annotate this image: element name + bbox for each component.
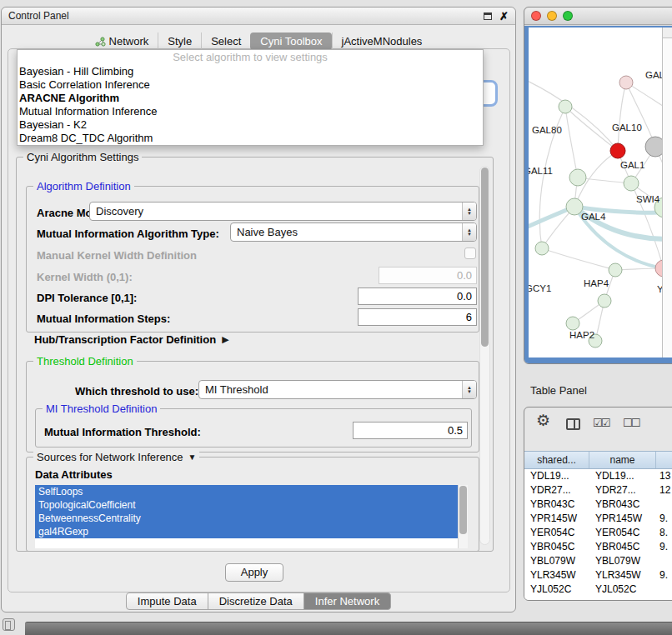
panel-corner-icon[interactable]	[3, 618, 15, 631]
settings-scroll-thumb[interactable]	[481, 168, 489, 347]
table-cell: YJL052C	[524, 582, 589, 597]
network-edge[interactable]	[565, 107, 578, 178]
tab-cyni-toolbox[interactable]: Cyni Toolbox	[250, 32, 331, 50]
network-canvas[interactable]: GAL7GAL80GAL10GAL11GAL1SWI4GAL4GCY1HAP4H…	[529, 28, 662, 358]
table-row[interactable]: YLR345WYLR345W9.	[524, 568, 672, 582]
algorithm-option-bayesian-k2[interactable]: Bayesian - K2	[18, 118, 483, 132]
table-row[interactable]: YER054CYER054C8.	[524, 526, 672, 540]
network-node[interactable]	[559, 100, 572, 113]
data-attributes-list: SelfLoopsTopologicalCoefficientBetweenne…	[35, 485, 468, 548]
network-node[interactable]	[609, 263, 622, 277]
tab-network[interactable]: Network	[86, 32, 158, 50]
control-panel-titlebar[interactable]: Control Panel ✗	[2, 8, 515, 25]
tab-label: Style	[168, 32, 192, 50]
network-node[interactable]	[566, 198, 583, 215]
table-row[interactable]: YBR043CYBR043C	[524, 498, 672, 512]
network-edge[interactable]	[565, 107, 618, 151]
kernel-width-input[interactable]	[379, 267, 477, 284]
node-label-gal4: GAL4	[581, 212, 606, 222]
network-icon	[95, 37, 106, 47]
algorithm-option-mutual-information-inference[interactable]: Mutual Information Inference	[18, 105, 483, 118]
network-node[interactable]	[535, 242, 549, 255]
network-window-titlebar[interactable]	[524, 8, 672, 25]
mac-close-button[interactable]	[531, 11, 541, 21]
aracne-mode-select[interactable]: Discovery ▲▼	[89, 202, 477, 221]
bottom-tab-discretize-data[interactable]: Discretize Data	[208, 592, 304, 610]
network-node[interactable]	[645, 137, 662, 157]
mi-type-value: Naive Bayes	[231, 223, 462, 241]
close-icon[interactable]: ✗	[499, 11, 509, 22]
attributes-scroll-thumb[interactable]	[459, 486, 467, 534]
dpi-tolerance-input[interactable]	[358, 288, 477, 305]
network-edge[interactable]	[542, 248, 615, 270]
table-cell: 12	[656, 483, 672, 498]
column-header-shared[interactable]: shared...	[524, 452, 589, 468]
attribute-item-betweennesscentrality[interactable]: BetweennessCentrality	[35, 512, 468, 525]
mi-steps-input[interactable]	[358, 308, 477, 326]
deselect-all-columns-icon[interactable]: ☐☐	[623, 417, 639, 429]
bottom-tab-impute-data[interactable]: Impute Data	[126, 592, 208, 610]
hub-definition-toggle[interactable]: Hub/Transcription Factor Definition ▶	[34, 333, 229, 346]
table-toolbar: ⚙ ☑☑ ☐☐	[524, 408, 672, 451]
algorithm-option-aracne-algorithm[interactable]: ARACNE Algorithm	[18, 92, 483, 105]
network-node[interactable]	[619, 76, 633, 89]
mi-threshold-input[interactable]	[353, 422, 468, 439]
network-node[interactable]	[655, 260, 662, 277]
settings-scrollbar[interactable]	[479, 166, 490, 545]
tab-style[interactable]: Style	[158, 32, 201, 50]
table-cell: 9.	[656, 568, 672, 582]
table-row[interactable]: YBR045CYBR045C9.	[524, 540, 672, 554]
apply-button[interactable]: Apply	[225, 563, 283, 582]
algorithm-option-dream8-dc-tdc-algorithm[interactable]: Dream8 DC_TDC Algorithm	[18, 132, 483, 145]
mi-type-select[interactable]: Naive Bayes ▲▼	[230, 222, 477, 242]
table-row[interactable]: YDR27...YDR27...12	[524, 483, 672, 498]
network-node[interactable]	[598, 294, 611, 308]
bottom-tab-infer-network[interactable]: Infer Network	[303, 592, 391, 610]
attributes-scrollbar[interactable]	[458, 485, 468, 548]
algorithm-option-basic-correlation-inference[interactable]: Basic Correlation Inference	[18, 78, 483, 92]
which-threshold-select[interactable]: MI Threshold ▲▼	[198, 380, 477, 399]
algorithm-option-bayesian-hill-climbing[interactable]: Bayesian - Hill Climbing	[18, 65, 483, 78]
tab-select[interactable]: Select	[201, 32, 250, 50]
attribute-item-gal4rgexp[interactable]: gal4RGexp	[35, 525, 468, 538]
table-cell: YLR345W	[589, 568, 656, 582]
algorithm-definition-title: Algorithm Definition	[33, 180, 134, 192]
control-panel-tabs: NetworkStyleSelectCyni ToolboxjActiveMNo…	[2, 32, 515, 50]
tab-jactivemnodules[interactable]: jActiveMNodules	[332, 32, 432, 50]
mac-zoom-button[interactable]	[563, 11, 573, 21]
column-header-name[interactable]: name	[589, 452, 656, 468]
table-cell: 9.	[656, 540, 672, 554]
table-row[interactable]: YBL079WYBL079W	[524, 554, 672, 568]
column-header-extra[interactable]	[656, 452, 672, 468]
network-node[interactable]	[566, 317, 579, 330]
network-edge[interactable]	[626, 82, 662, 116]
columns-icon[interactable]	[566, 418, 580, 430]
attribute-item-topologicalcoefficient[interactable]: TopologicalCoefficient	[35, 498, 468, 512]
network-node[interactable]	[610, 143, 625, 158]
gear-icon[interactable]: ⚙	[536, 411, 550, 430]
table-row[interactable]: YDL19...YDL19...13	[524, 469, 672, 483]
data-attributes-label: Data Attributes	[35, 468, 113, 481]
sources-title-text: Sources for Network Inference	[37, 451, 183, 463]
table-cell: YBL079W	[589, 554, 656, 568]
mi-threshold-title: MI Threshold Definition	[43, 402, 160, 415]
node-label-hap4: HAP4	[584, 278, 609, 288]
table-cell: 13	[656, 469, 672, 483]
network-view-window: GAL7GAL80GAL10GAL11GAL1SWI4GAL4GCY1HAP4H…	[524, 7, 672, 364]
table-row[interactable]: YJL052CYJL052C	[524, 582, 672, 597]
float-window-icon[interactable]	[484, 12, 492, 20]
network-node[interactable]	[624, 176, 639, 191]
sources-title[interactable]: Sources for Network Inference ▼	[33, 451, 199, 463]
attribute-item-selfloops[interactable]: SelfLoops	[35, 485, 468, 498]
network-edge[interactable]	[618, 82, 626, 151]
network-node[interactable]	[569, 169, 586, 186]
scroll-up-button[interactable]	[663, 28, 672, 38]
manual-kernel-label: Manual Kernel Width Definition	[37, 249, 197, 262]
network-scrollbar[interactable]	[662, 28, 672, 358]
mi-threshold-group: MI Threshold Definition Mutual Informati…	[35, 408, 472, 448]
mac-minimize-button[interactable]	[547, 11, 557, 21]
manual-kernel-checkbox[interactable]	[464, 248, 476, 259]
table-row[interactable]: YPR145WYPR145W9.	[524, 512, 672, 526]
mi-type-label: Mutual Information Algorithm Type:	[37, 228, 219, 240]
select-all-columns-icon[interactable]: ☑☑	[593, 417, 609, 429]
